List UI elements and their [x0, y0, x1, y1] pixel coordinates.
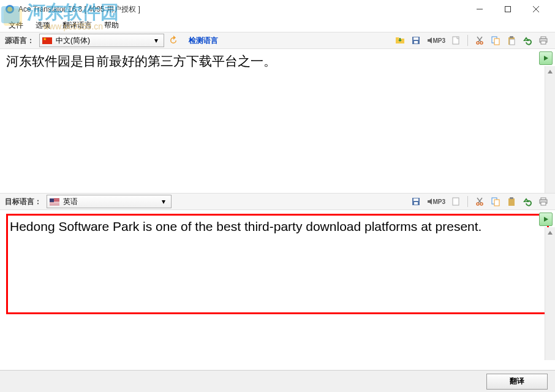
- svg-rect-24: [414, 202, 418, 205]
- paste-button[interactable]: [505, 34, 518, 47]
- svg-rect-34: [541, 202, 546, 205]
- mp3-target-button[interactable]: MP3: [425, 195, 447, 208]
- toolbar-separator: [467, 196, 468, 207]
- svg-rect-30: [508, 198, 515, 206]
- titlebar: Ace Translator 16.3 [ 4095 用户授权 ]: [0, 0, 555, 18]
- menu-translate-lang[interactable]: 翻译语言: [58, 19, 97, 32]
- target-text-pane: Hedong Software Park is one of the best …: [0, 210, 555, 360]
- menu-file[interactable]: 文件: [4, 19, 28, 32]
- chevron-down-icon: ▾: [159, 197, 168, 206]
- target-text-output[interactable]: Hedong Software Park is one of the best …: [0, 210, 555, 243]
- target-scrollbar[interactable]: [545, 227, 555, 360]
- paste-target-button[interactable]: [505, 195, 518, 208]
- source-text-pane: 河东软件园是目前最好的第三方下载平台之一。: [0, 49, 555, 193]
- flag-us-icon: [50, 198, 59, 205]
- source-language-select[interactable]: 中文(简体) ▾: [39, 34, 164, 47]
- undo-button[interactable]: [521, 34, 534, 47]
- app-icon: [5, 4, 15, 14]
- window-title: Ace Translator 16.3 [ 4095 用户授权 ]: [18, 4, 466, 15]
- source-scrollbar[interactable]: [545, 66, 555, 193]
- menubar: 文件 选项 翻译语言 帮助: [0, 18, 555, 32]
- cut-target-button[interactable]: [473, 195, 486, 208]
- svg-rect-17: [510, 36, 513, 38]
- save-button[interactable]: [409, 34, 423, 47]
- flag-cn-icon: [42, 37, 52, 44]
- translate-button[interactable]: 翻译: [486, 374, 548, 390]
- scroll-up-button[interactable]: [545, 66, 555, 77]
- print-target-button[interactable]: [537, 195, 550, 208]
- new-doc-button[interactable]: [449, 34, 462, 47]
- copy-button[interactable]: [489, 34, 502, 47]
- svg-point-27: [480, 203, 483, 205]
- source-language-label: 源语言：: [5, 36, 34, 46]
- svg-rect-9: [413, 37, 418, 40]
- close-button[interactable]: [522, 0, 550, 18]
- save-target-button[interactable]: [409, 195, 423, 208]
- svg-point-13: [480, 42, 483, 44]
- svg-point-26: [477, 203, 479, 205]
- copy-target-button[interactable]: [489, 195, 502, 208]
- menu-help[interactable]: 帮助: [99, 19, 124, 32]
- svg-point-3: [7, 7, 12, 12]
- svg-rect-23: [413, 198, 418, 201]
- new-doc-target-button[interactable]: [449, 195, 462, 208]
- undo-target-button[interactable]: [521, 195, 534, 208]
- source-toolbar: 源语言： 中文(简体) ▾ 检测语言 MP3: [0, 32, 555, 49]
- menu-options[interactable]: 选项: [31, 19, 55, 32]
- maximize-button[interactable]: [494, 0, 522, 18]
- target-language-text: 英语: [63, 197, 159, 207]
- svg-rect-25: [453, 198, 459, 205]
- svg-rect-15: [494, 39, 499, 45]
- bottom-bar: 翻译: [0, 370, 555, 392]
- refresh-button[interactable]: [167, 34, 180, 47]
- svg-point-12: [477, 42, 479, 44]
- toolbar-separator: [467, 35, 468, 46]
- source-text-input[interactable]: 河东软件园是目前最好的第三方下载平台之一。: [0, 49, 555, 74]
- target-language-label: 目标语言：: [5, 197, 42, 207]
- svg-rect-5: [505, 7, 511, 12]
- svg-rect-31: [510, 197, 513, 199]
- svg-rect-29: [494, 200, 499, 206]
- target-toolbar: 目标语言： 英语 ▾ MP3: [0, 193, 555, 210]
- target-language-select[interactable]: 英语 ▾: [47, 195, 172, 208]
- play-source-button[interactable]: [539, 51, 553, 65]
- cut-button[interactable]: [473, 34, 486, 47]
- mp3-button[interactable]: MP3: [425, 34, 447, 47]
- source-language-text: 中文(简体): [56, 36, 151, 46]
- print-button[interactable]: [537, 34, 550, 47]
- svg-rect-21: [541, 41, 546, 44]
- svg-rect-10: [414, 41, 418, 43]
- svg-rect-11: [453, 37, 459, 44]
- detect-language-link[interactable]: 检测语言: [189, 36, 218, 46]
- chevron-down-icon: ▾: [151, 36, 161, 45]
- svg-rect-18: [510, 39, 515, 45]
- minimize-button[interactable]: [466, 0, 494, 18]
- open-button[interactable]: [393, 34, 407, 47]
